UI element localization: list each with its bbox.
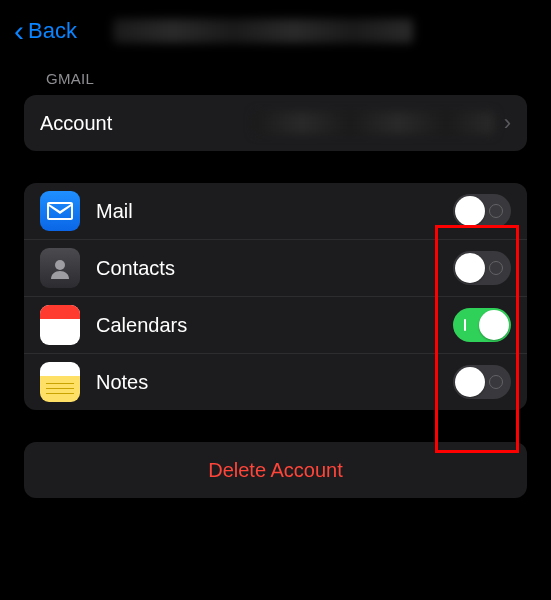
service-label: Mail xyxy=(96,200,133,223)
contacts-toggle[interactable] xyxy=(453,251,511,285)
account-row[interactable]: Account › xyxy=(24,95,527,151)
page-title xyxy=(113,19,537,43)
delete-label: Delete Account xyxy=(208,459,343,482)
calendars-toggle[interactable] xyxy=(453,308,511,342)
calendar-icon xyxy=(40,305,80,345)
notes-toggle[interactable] xyxy=(453,365,511,399)
mail-icon xyxy=(40,191,80,231)
account-group: Account › xyxy=(24,95,527,151)
account-label: Account xyxy=(40,112,112,135)
service-label: Contacts xyxy=(96,257,175,280)
delete-account-button[interactable]: Delete Account xyxy=(24,442,527,498)
notes-icon xyxy=(40,362,80,402)
service-row-contacts: Contacts xyxy=(24,240,527,297)
svg-point-0 xyxy=(55,260,65,270)
services-group: Mail Contacts Calendars Notes xyxy=(24,183,527,410)
contacts-icon xyxy=(40,248,80,288)
service-row-mail: Mail xyxy=(24,183,527,240)
service-row-notes: Notes xyxy=(24,354,527,410)
back-button[interactable]: ‹ Back xyxy=(14,16,77,46)
chevron-right-icon: › xyxy=(504,110,511,136)
redacted-title xyxy=(113,19,413,43)
account-value xyxy=(122,112,493,134)
service-label: Notes xyxy=(96,371,148,394)
service-row-calendars: Calendars xyxy=(24,297,527,354)
redacted-account-value xyxy=(254,112,494,134)
mail-toggle[interactable] xyxy=(453,194,511,228)
section-label-gmail: GMAIL xyxy=(0,70,551,95)
chevron-left-icon: ‹ xyxy=(14,16,24,46)
service-label: Calendars xyxy=(96,314,187,337)
back-label: Back xyxy=(28,18,77,44)
